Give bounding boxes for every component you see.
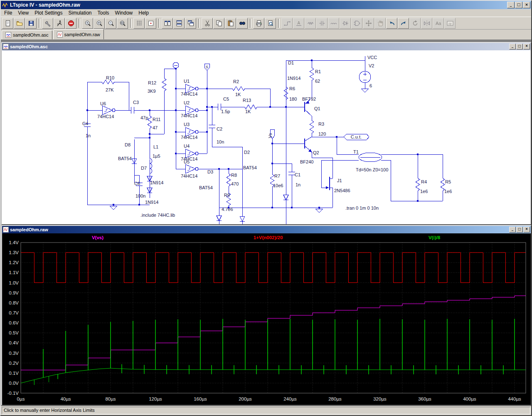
toolbar-find-button[interactable] [236, 18, 248, 29]
toolbar-mark-unconnected-button[interactable] [145, 18, 156, 29]
toolbar-tile-vertically-button[interactable] [162, 18, 173, 29]
control-panel-icon [44, 20, 51, 27]
toolbar-mirror-button[interactable] [421, 18, 432, 29]
tab-sampledOhm.asc[interactable]: sampledOhm.asc [2, 30, 52, 40]
toolbar-cut-button[interactable] [202, 18, 213, 29]
zoom-out-icon [108, 20, 114, 27]
toolbar-save-button[interactable] [25, 18, 37, 29]
toolbar-print-button[interactable] [253, 18, 264, 29]
toolbar-move-button[interactable] [363, 18, 374, 29]
component-label: .tran 0 1m 0 10n [345, 206, 379, 210]
toolbar-cascade-windows-button[interactable] [185, 18, 196, 29]
waveform-canvas[interactable]: 1.4V1.3V1.2V1.1V1.0V0.9V0.8V0.7V0.6V0.5V… [2, 233, 531, 405]
schematic-tab-icon [5, 32, 11, 38]
tab-sampledOhm.raw[interactable]: sampledOhm.raw [53, 29, 104, 40]
toolbar-place-resistor-button[interactable] [305, 18, 316, 29]
svg-text:A: A [297, 21, 300, 25]
waveform-minimize-button[interactable]: _ [509, 227, 516, 233]
toolbar-draw-wire-button[interactable] [281, 18, 293, 29]
menu-plot-settings[interactable]: Plot Settings [32, 9, 65, 17]
menu-tools[interactable]: Tools [95, 9, 112, 17]
toolbar-tile-horizontally-button[interactable] [173, 18, 185, 29]
schematic-minimize-button[interactable]: _ [509, 44, 516, 50]
y-axis-tick-label: 0.4V [9, 340, 19, 345]
toolbar-print-preview-button[interactable] [265, 18, 276, 29]
component-label: R11 [153, 117, 160, 122]
waveform-titlebar[interactable]: sampledOhm.raw _ □ × [2, 226, 531, 233]
move-icon [365, 20, 372, 27]
toolbar-redo-button[interactable] [398, 18, 409, 29]
toolbar-undo-button[interactable] [386, 18, 397, 29]
menu-file[interactable]: File [1, 9, 15, 17]
menu-view[interactable]: View [15, 9, 32, 17]
app-icon [2, 2, 8, 8]
redo-icon [400, 20, 407, 27]
toolbar-label-net-button[interactable]: A [293, 18, 304, 29]
component-label: C5 [223, 97, 229, 102]
menu-help[interactable]: Help [135, 9, 152, 17]
titlebar[interactable]: LTspice IV - sampledOhm.raw _ □ × [1, 1, 531, 9]
toolbar-separator [130, 19, 132, 28]
component-label: VCC [367, 55, 377, 60]
component-label: 62 [315, 79, 320, 84]
toolbar-place-inductor-button[interactable] [328, 18, 339, 29]
add-text-icon: Aa [435, 20, 442, 27]
menu-simulation[interactable]: Simulation [66, 9, 95, 17]
component-label: D2 [244, 150, 250, 155]
y-axis-tick-label: 0.5V [9, 330, 19, 335]
x-axis-tick-label: 40µs [60, 396, 71, 401]
toolbar-show-grid-button[interactable] [133, 18, 145, 29]
toolbar-copy-button[interactable] [213, 18, 224, 29]
y-axis-tick-label: 1.4V [9, 240, 19, 245]
close-button[interactable]: × [523, 2, 530, 8]
schematic-maximize-button[interactable]: □ [516, 44, 523, 50]
component-label: D3 [207, 169, 213, 174]
x-axis-tick-label: 120µs [149, 396, 162, 401]
toolbar-add-text-button[interactable]: Aa [433, 18, 444, 29]
component-label: 4.7e6 [222, 207, 233, 212]
schematic-canvas[interactable]: R1027KU674HC14C347pC41nR123K9R1147L11µ5D… [2, 50, 531, 224]
toolbar-new-schematic-button[interactable] [2, 18, 13, 29]
toolbar-zoom-back-button[interactable] [94, 18, 105, 29]
schematic-drawing: R1027KU674HC14C347pC41nR123K9R1147L11µ5D… [2, 50, 529, 224]
toolbar-spice-directive-button[interactable]: .op [444, 18, 456, 29]
component-label: 180 [289, 97, 297, 102]
window-title: LTspice IV - sampledOhm.raw [10, 2, 507, 8]
toolbar-control-panel-button[interactable] [42, 18, 53, 29]
maximize-button[interactable]: □ [515, 2, 522, 8]
toolbar-place-capacitor-button[interactable] [316, 18, 328, 29]
component-label: U3 [184, 122, 190, 127]
mark-unconnected-icon [148, 20, 154, 27]
component-label: 100n [135, 193, 145, 198]
toolbar-open-button[interactable] [14, 18, 25, 29]
y-axis-tick-label: 1.2V [9, 260, 19, 265]
component-label: 470 [231, 181, 239, 186]
toolbar-zoom-out-button[interactable] [105, 18, 116, 29]
component-label: BAT54 [118, 156, 132, 161]
waveform-window[interactable]: sampledOhm.raw _ □ × 1.4V1.3V1.2V1.1V1.0… [1, 225, 532, 406]
waveform-maximize-button[interactable]: □ [516, 227, 523, 233]
toolbar-run-button[interactable] [54, 18, 65, 29]
minimize-button[interactable]: _ [507, 2, 515, 8]
toolbar-drag-button[interactable] [374, 18, 386, 29]
toolbar-separator [250, 19, 251, 28]
waveform-close-button[interactable]: × [523, 227, 530, 233]
y-axis-tick-label: -0.1V [7, 391, 19, 396]
component-label: R1 [315, 69, 321, 74]
toolbar-rotate-button[interactable] [409, 18, 421, 29]
run-icon [56, 20, 63, 27]
component-label: C2 [217, 126, 222, 131]
toolbar-paste-button[interactable] [225, 18, 236, 29]
component-label: C4 [82, 121, 88, 126]
schematic-window[interactable]: sampledOhm.asc _ □ × R1027KU674HC14C347p… [1, 42, 532, 225]
menu-window[interactable]: Window [112, 9, 136, 17]
toolbar-zoom-in-button[interactable] [82, 18, 93, 29]
toolbar-zoom-full-extents-button[interactable] [117, 18, 128, 29]
toolbar-halt-button[interactable] [65, 18, 76, 29]
schematic-titlebar[interactable]: sampledOhm.asc _ □ × [2, 43, 531, 50]
schematic-close-button[interactable]: × [523, 44, 530, 50]
toolbar-place-component-button[interactable] [351, 18, 362, 29]
component-label: R5 [445, 179, 451, 184]
toolbar-place-diode-button[interactable] [340, 18, 351, 29]
y-axis-tick-label: 0.8V [9, 300, 19, 305]
